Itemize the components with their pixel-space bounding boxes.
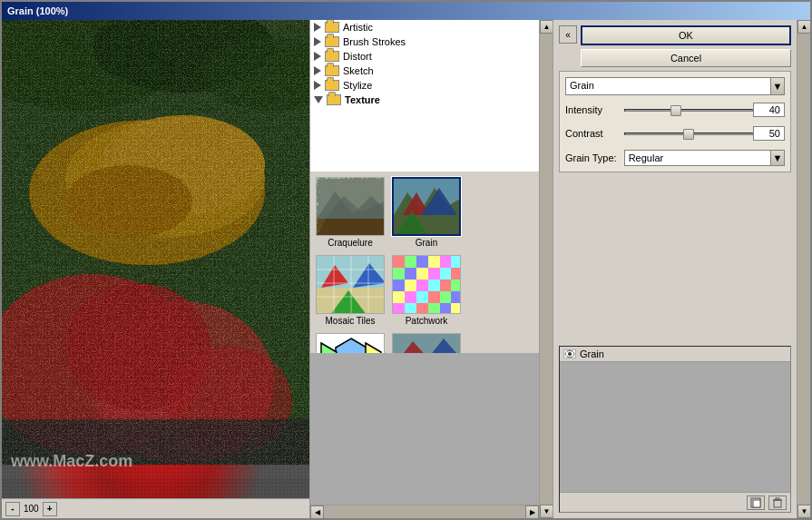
category-distort[interactable]: Distort <box>310 49 539 64</box>
svg-rect-37 <box>393 256 405 268</box>
expand-icon-brush <box>314 37 321 46</box>
intensity-value[interactable] <box>753 103 785 117</box>
right-v-scrollbar: ▲ ▼ <box>797 20 810 518</box>
texturizer-svg <box>393 334 461 353</box>
thumb-label-craquelure: Craquelure <box>328 238 372 248</box>
grain-type-row: Grain Type: Regular ▼ <box>565 150 785 166</box>
thumb-mosaic[interactable] <box>316 255 385 314</box>
title-bar: Grain (100%) <box>2 2 810 20</box>
grain-type-arrow[interactable]: ▼ <box>770 150 785 166</box>
category-sketch[interactable]: Sketch <box>310 64 539 78</box>
folder-icon-artistic <box>325 22 339 33</box>
svg-rect-42 <box>451 256 461 268</box>
expand-icon-stylize <box>314 81 321 90</box>
contrast-value[interactable] <box>753 126 785 141</box>
scroll-right-btn[interactable]: ▶ <box>525 505 539 518</box>
thumbnail-grid: Craquelure <box>310 172 539 353</box>
folder-icon-distort <box>325 51 339 62</box>
ok-button[interactable]: OK <box>581 25 791 45</box>
eye-icon[interactable] <box>563 349 576 358</box>
effect-select-display[interactable]: Grain <box>565 77 771 95</box>
thumb-item-mosaic[interactable]: Mosaic Tiles <box>314 253 386 328</box>
category-texture[interactable]: Texture <box>310 93 539 107</box>
category-brush-strokes[interactable]: Brush Strokes <box>310 34 539 49</box>
scroll-up-btn[interactable]: ▲ <box>540 20 553 34</box>
grain-type-select-wrapper: Regular ▼ <box>624 150 785 166</box>
svg-rect-50 <box>405 280 416 291</box>
svg-rect-46 <box>428 268 440 280</box>
controls-panel: « OK Cancel Grain ▼ Intensity <box>553 20 797 518</box>
expand-icon-artistic <box>314 23 321 32</box>
effect-select-arrow[interactable]: ▼ <box>770 77 785 95</box>
grain-type-display[interactable]: Regular <box>624 150 771 166</box>
category-label-distort: Distort <box>343 51 372 62</box>
category-artistic[interactable]: Artistic <box>310 20 539 34</box>
h-scroll-track[interactable] <box>324 505 525 518</box>
thumb-label-grain: Grain <box>416 238 437 248</box>
thumb-craquelure[interactable] <box>316 177 385 236</box>
intensity-thumb[interactable] <box>670 105 681 116</box>
layer-content <box>560 362 790 493</box>
svg-rect-44 <box>405 268 416 280</box>
right-scroll-track[interactable] <box>797 34 810 505</box>
folder-icon-stylize <box>325 80 339 91</box>
thumb-grain[interactable] <box>392 177 461 236</box>
spacer <box>559 176 791 342</box>
grain-svg <box>394 179 461 236</box>
thumb-item-grain[interactable]: Grain <box>390 175 463 250</box>
dialog-body: www.MacZ.com - 100 + <box>2 20 810 518</box>
thumb-label-patchwork: Patchwork <box>406 316 448 326</box>
svg-rect-60 <box>451 291 461 303</box>
expand-icon-sketch <box>314 66 321 75</box>
expand-icon-distort <box>314 52 321 61</box>
layer-footer <box>560 492 790 512</box>
scroll-left-btn[interactable]: ◀ <box>310 505 324 518</box>
thumb-item-texturizer[interactable]: Texturizer <box>390 331 463 353</box>
svg-rect-63 <box>416 303 428 314</box>
right-scroll-down[interactable]: ▼ <box>797 505 810 518</box>
thumb-label-mosaic: Mosaic Tiles <box>325 316 375 326</box>
contrast-slider[interactable] <box>624 126 753 141</box>
svg-rect-48 <box>451 268 461 280</box>
filter-tree[interactable]: Artistic Brush Strokes Distort <box>310 20 539 172</box>
svg-rect-43 <box>393 268 405 280</box>
svg-rect-45 <box>416 268 428 280</box>
svg-rect-18 <box>317 178 385 236</box>
zoom-level: 100 <box>24 504 39 514</box>
delete-layer-button[interactable] <box>768 495 787 510</box>
thumb-texturizer[interactable] <box>392 333 461 353</box>
svg-rect-13 <box>2 20 310 465</box>
svg-rect-38 <box>405 256 416 268</box>
thumb-item-patchwork[interactable]: Patchwork <box>390 253 463 328</box>
effect-group: Grain ▼ Intensity Contrast <box>559 71 791 172</box>
svg-rect-64 <box>428 303 440 314</box>
thumb-stained-glass[interactable] <box>316 333 385 353</box>
contrast-thumb[interactable] <box>683 129 694 140</box>
preview-bottom: - 100 + <box>2 498 309 518</box>
svg-rect-40 <box>428 256 440 268</box>
svg-rect-59 <box>440 291 451 303</box>
zoom-out-button[interactable]: - <box>5 502 20 516</box>
preview-image: www.MacZ.com <box>2 20 309 498</box>
contrast-track <box>624 132 753 135</box>
expand-icon-texture <box>314 96 323 103</box>
thumb-patchwork[interactable] <box>392 255 461 314</box>
svg-rect-51 <box>416 280 428 291</box>
new-layer-button[interactable] <box>747 495 765 510</box>
category-stylize[interactable]: Stylize <box>310 78 539 93</box>
delete-layer-icon <box>772 497 783 508</box>
filter-browser: Artistic Brush Strokes Distort <box>310 20 553 518</box>
svg-rect-57 <box>416 291 428 303</box>
zoom-in-button[interactable]: + <box>43 502 57 516</box>
cancel-button[interactable]: Cancel <box>581 49 791 67</box>
filter-v-scrollbar: ▲ ▼ <box>539 20 553 518</box>
collapse-button[interactable]: « <box>559 25 577 44</box>
svg-rect-62 <box>405 303 416 314</box>
window-title: Grain (100%) <box>7 5 68 16</box>
thumb-item-craquelure[interactable]: Craquelure <box>314 175 386 250</box>
right-scroll-up[interactable]: ▲ <box>797 20 810 34</box>
v-scroll-track[interactable] <box>540 34 553 505</box>
scroll-down-btn[interactable]: ▼ <box>540 505 553 518</box>
thumb-item-stained-glass[interactable]: Stained Glass <box>314 331 386 353</box>
intensity-slider[interactable] <box>624 103 753 117</box>
